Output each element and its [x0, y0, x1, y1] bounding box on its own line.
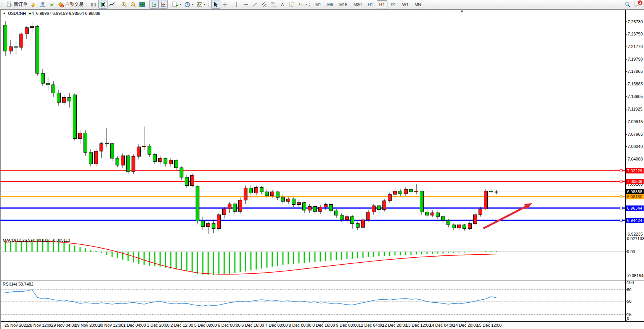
metaeditor-icon [40, 2, 46, 8]
candle-body [164, 158, 167, 164]
bar-chart-icon [91, 2, 97, 8]
candle-body [436, 213, 440, 217]
auto-scroll-button[interactable] [149, 0, 159, 9]
candle-body [260, 188, 263, 192]
candle-body [340, 215, 344, 220]
candle-body [63, 97, 66, 102]
candle-body [383, 201, 386, 209]
auto-trading-button[interactable]: 自动交易 [56, 0, 85, 9]
fibonacci-button[interactable]: F [269, 0, 278, 9]
candle-body [415, 191, 418, 192]
timeframe-button-m1[interactable]: M1 [313, 0, 324, 8]
price-axis-label: 6.92235 [628, 232, 644, 236]
candle-body [463, 225, 466, 229]
dropdown-caret: ▾ [192, 3, 193, 6]
candle-body [95, 151, 98, 164]
search-icon[interactable] [624, 1, 631, 8]
templates-button[interactable]: ▾ [195, 0, 207, 9]
candle-body [404, 189, 408, 194]
price-line-handle[interactable] [620, 170, 622, 172]
candle-body [345, 217, 349, 220]
time-axis-label: 12 Dec 04:00 [358, 323, 383, 327]
candle-body [201, 221, 205, 227]
chart-shift-button[interactable] [159, 0, 168, 9]
rsi-axis-label: 50 [627, 299, 644, 303]
periods-button[interactable]: ▾ [183, 0, 195, 9]
equidistant-channel-button[interactable]: E [260, 0, 269, 9]
favorites-button[interactable] [29, 0, 38, 9]
price-line-handle[interactable] [620, 180, 622, 183]
cursor-button[interactable] [211, 0, 220, 9]
candle-body [313, 206, 317, 211]
candle-body [132, 156, 135, 172]
candle-body [212, 223, 215, 228]
price-axis-label: 7.11925 [628, 107, 644, 111]
arrows-button[interactable]: ▾ [296, 0, 308, 9]
candle-body [175, 160, 178, 168]
metaeditor-button[interactable] [38, 0, 47, 9]
chart-window[interactable]: ▼ USDCNH-,H4 6.98967 6.99159 6.98564 6.9… [0, 9, 644, 329]
candlestick-mode-button[interactable] [98, 0, 108, 9]
line-chart-mode-button[interactable] [108, 0, 117, 9]
toolbar-separator [231, 1, 231, 8]
timeframe-button-h4[interactable]: H4 [377, 0, 387, 8]
price-line-handle[interactable] [620, 219, 622, 221]
timeframe-button-h1[interactable]: H1 [365, 0, 376, 8]
candle-body [281, 197, 285, 201]
candle-body [377, 206, 381, 210]
price-axis-label: 7.09945 [628, 120, 644, 124]
text-label-button[interactable]: T [287, 0, 296, 9]
chat-button[interactable]: 1 [633, 1, 641, 8]
trendline-button[interactable] [251, 0, 260, 9]
candle-body [111, 144, 114, 158]
tile-windows-icon [139, 2, 145, 8]
timeframe-button-d1[interactable]: D1 [388, 0, 399, 8]
chart-menu-arrow-icon[interactable]: ▼ [3, 12, 6, 15]
macd-axis-label: -0.051546 [627, 274, 644, 278]
dropdown-caret: ▾ [305, 3, 307, 6]
timeframe-button-m5[interactable]: M5 [324, 0, 336, 8]
vertical-line-button[interactable] [232, 0, 241, 9]
timeframe-button-w1[interactable]: W1 [400, 0, 411, 8]
tile-windows-button[interactable] [138, 0, 147, 9]
price-line-handle[interactable] [620, 196, 622, 198]
candle-body [474, 215, 477, 223]
price-line-handle[interactable] [620, 207, 622, 209]
candle-body [68, 97, 71, 101]
timeframe-button-mn[interactable]: MN [412, 0, 424, 8]
new-order-label: 新订单 [14, 1, 27, 8]
candle-body [249, 188, 253, 193]
candle-body [52, 85, 55, 93]
price-axis-label: 7.17865 [628, 69, 644, 74]
svg-text:T: T [291, 3, 293, 6]
trendline-icon [252, 2, 258, 8]
signals-button[interactable] [47, 0, 56, 9]
horizontal-line-button[interactable] [241, 0, 251, 9]
equidistant-channel-icon: E [261, 2, 267, 8]
rsi-axis-label: 80 [627, 288, 644, 292]
text-button[interactable]: A [278, 0, 287, 9]
new-chart-icon [172, 2, 178, 8]
candle-body [319, 207, 322, 212]
fibonacci-icon: F [270, 2, 276, 8]
trend-arrow-annotation[interactable] [483, 207, 525, 228]
timeframe-button-m30[interactable]: M30 [351, 0, 364, 8]
dropdown-caret: ▾ [180, 3, 181, 6]
candle-body [36, 26, 39, 73]
new-chart-button[interactable]: ▾ [170, 0, 183, 9]
zoom-out-button[interactable] [128, 0, 138, 9]
chart-shift-marker-icon[interactable]: ▼ [460, 10, 464, 13]
crosshair-button[interactable] [220, 0, 230, 9]
candle-body [399, 191, 402, 194]
zoom-in-button[interactable] [119, 0, 128, 9]
main-toolbar: 新订单 自动交易 [0, 0, 644, 9]
candle-body [335, 211, 338, 215]
bar-chart-mode-button[interactable] [89, 0, 98, 9]
candle-body [297, 202, 301, 204]
chart-canvas[interactable] [0, 10, 644, 329]
new-order-button[interactable]: 新订单 [5, 0, 29, 9]
timeframe-button-m15[interactable]: M15 [337, 0, 350, 8]
time-axis-label: 30 Nov 12:00 [98, 323, 123, 327]
candle-body [84, 133, 87, 153]
svg-text:A: A [281, 2, 284, 7]
